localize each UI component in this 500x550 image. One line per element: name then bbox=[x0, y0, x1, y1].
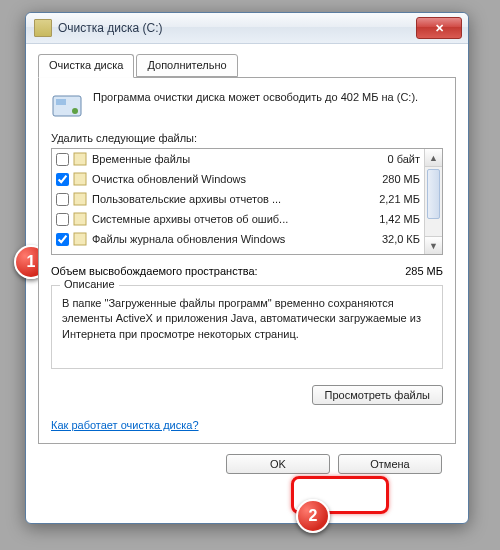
view-files-button[interactable]: Просмотреть файлы bbox=[312, 385, 443, 405]
help-link[interactable]: Как работает очистка диска? bbox=[51, 419, 443, 431]
file-size: 280 МБ bbox=[376, 173, 420, 185]
file-checkbox[interactable] bbox=[56, 233, 69, 246]
tab-advanced[interactable]: Дополнительно bbox=[136, 54, 237, 77]
svg-rect-3 bbox=[74, 153, 86, 165]
file-icon bbox=[73, 232, 87, 246]
tab-cleanup[interactable]: Очистка диска bbox=[38, 54, 134, 78]
file-size: 32,0 КБ bbox=[376, 233, 420, 245]
svg-rect-1 bbox=[56, 99, 66, 105]
cancel-button[interactable]: Отмена bbox=[338, 454, 442, 474]
svg-rect-7 bbox=[74, 233, 86, 245]
list-item[interactable]: Пользовательские архивы отчетов ... 2,21… bbox=[52, 189, 424, 209]
file-label: Системные архивы отчетов об ошиб... bbox=[92, 213, 373, 225]
file-checkbox[interactable] bbox=[56, 213, 69, 226]
file-icon bbox=[73, 172, 87, 186]
close-icon: ✕ bbox=[435, 22, 444, 35]
file-label: Пользовательские архивы отчетов ... bbox=[92, 193, 373, 205]
file-checkbox[interactable] bbox=[56, 173, 69, 186]
list-item[interactable]: Временные файлы 0 байт bbox=[52, 149, 424, 169]
tab-body: Программа очистки диска может освободить… bbox=[38, 77, 456, 444]
file-checkbox[interactable] bbox=[56, 153, 69, 166]
disk-cleanup-window: Очистка диска (C:) ✕ Очистка диска Допол… bbox=[25, 12, 469, 524]
file-size: 0 байт bbox=[381, 153, 420, 165]
description-group: Описание В папке "Загруженные файлы прог… bbox=[51, 285, 443, 369]
ok-button[interactable]: OK bbox=[226, 454, 330, 474]
file-size: 1,42 МБ bbox=[373, 213, 420, 225]
file-checkbox[interactable] bbox=[56, 193, 69, 206]
svg-rect-6 bbox=[74, 213, 86, 225]
file-icon bbox=[73, 192, 87, 206]
close-button[interactable]: ✕ bbox=[416, 17, 462, 39]
file-icon bbox=[73, 152, 87, 166]
scroll-up-icon[interactable]: ▲ bbox=[425, 149, 442, 167]
app-icon bbox=[34, 19, 52, 37]
list-item[interactable]: Очистка обновлений Windows 280 МБ bbox=[52, 169, 424, 189]
file-label: Очистка обновлений Windows bbox=[92, 173, 376, 185]
file-label: Файлы журнала обновления Windows bbox=[92, 233, 376, 245]
file-size: 2,21 МБ bbox=[373, 193, 420, 205]
description-text: В папке "Загруженные файлы программ" вре… bbox=[62, 296, 432, 358]
file-listbox: Временные файлы 0 байт Очистка обновлени… bbox=[51, 148, 443, 255]
list-item[interactable]: Системные архивы отчетов об ошиб... 1,42… bbox=[52, 209, 424, 229]
freespace-label: Объем высвобождаемого пространства: bbox=[51, 265, 405, 277]
titlebar[interactable]: Очистка диска (C:) ✕ bbox=[26, 13, 468, 44]
disk-icon bbox=[51, 90, 83, 122]
svg-rect-5 bbox=[74, 193, 86, 205]
list-item[interactable]: Файлы журнала обновления Windows 32,0 КБ bbox=[52, 229, 424, 249]
scroll-thumb[interactable] bbox=[427, 169, 440, 219]
window-title: Очистка диска (C:) bbox=[58, 21, 163, 35]
delete-label: Удалить следующие файлы: bbox=[51, 132, 443, 144]
file-icon bbox=[73, 212, 87, 226]
description-legend: Описание bbox=[60, 278, 119, 290]
info-text: Программа очистки диска может освободить… bbox=[93, 90, 418, 105]
scroll-down-icon[interactable]: ▼ bbox=[425, 236, 442, 254]
file-label: Временные файлы bbox=[92, 153, 381, 165]
freespace-value: 285 МБ bbox=[405, 265, 443, 277]
svg-rect-4 bbox=[74, 173, 86, 185]
list-scrollbar[interactable]: ▲ ▼ bbox=[424, 149, 442, 254]
svg-point-2 bbox=[72, 108, 78, 114]
